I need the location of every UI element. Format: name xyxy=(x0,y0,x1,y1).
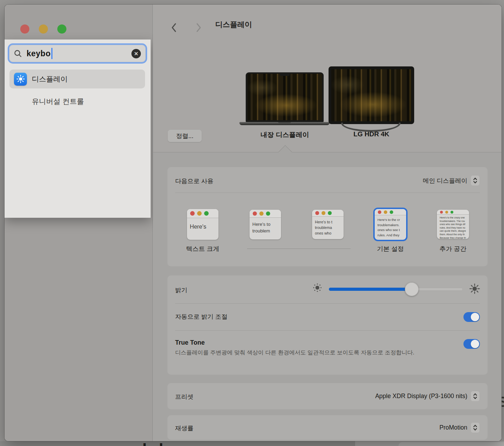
brightness-high-icon xyxy=(469,283,480,294)
preset-dropdown[interactable] xyxy=(470,391,480,402)
preset-card: 프리셋 Apple XDR Display (P3-1600 nits) xyxy=(167,383,488,409)
scaling-label-more-space: 추가 공간 xyxy=(422,245,484,253)
search-input[interactable]: keybo ✕ xyxy=(8,43,147,64)
search-result-label: 디스플레이 xyxy=(32,74,68,84)
use-as-value: 메인 디스플레이 xyxy=(423,177,467,185)
text-cursor xyxy=(51,48,52,59)
main-header: 디스플레이 xyxy=(153,5,502,39)
traffic-lights xyxy=(20,24,66,34)
section-divider xyxy=(153,152,502,152)
scaling-option-larger-text[interactable]: Here's xyxy=(187,209,218,240)
search-results-popup: keybo ✕ xyxy=(5,39,151,218)
close-button[interactable] xyxy=(20,24,29,34)
search-result-universal-control[interactable]: 유니버설 컨트롤 xyxy=(9,92,145,111)
display-brightness-icon xyxy=(14,73,27,86)
system-settings-window: keybo ✕ xyxy=(5,5,502,441)
true-tone-toggle[interactable] xyxy=(463,339,480,349)
forest-wallpaper xyxy=(331,69,411,121)
brightness-label: 밝기 xyxy=(175,286,187,294)
true-tone-label: True Tone xyxy=(175,339,205,346)
background-terminal-text: ssh-keygen xyxy=(123,441,218,446)
preset-label: 프리셋 xyxy=(175,393,194,401)
scaling-track-line xyxy=(247,249,351,249)
back-button[interactable] xyxy=(168,20,180,35)
builtin-display-preview[interactable] xyxy=(246,72,324,122)
scaling-option-more-space[interactable]: Here's to the crazy one troublemakers. T… xyxy=(437,210,469,239)
chevron-up-down-icon xyxy=(473,393,477,400)
sidebar: keybo ✕ xyxy=(5,5,153,441)
use-as-label: 다음으로 사용 xyxy=(175,177,214,185)
main-panel: 디스플레이 내장 디스플레이 LG HDR 4K 정렬... 다음으로 사용 xyxy=(153,5,502,441)
refresh-rate-value: ProMotion xyxy=(439,424,467,431)
search-result-label: 유니버설 컨트롤 xyxy=(32,96,84,106)
refresh-rate-label: 재생률 xyxy=(175,424,194,432)
preset-value: Apple XDR Display (P3-1600 nits) xyxy=(375,393,467,400)
search-result-display[interactable]: 디스플레이 xyxy=(9,70,145,88)
arrange-button[interactable]: 정렬... xyxy=(167,129,202,142)
forest-wallpaper xyxy=(247,74,322,120)
clear-search-button[interactable]: ✕ xyxy=(131,49,141,58)
scaling-label-larger-text: 텍스트 크게 xyxy=(171,245,234,253)
laptop-notch xyxy=(280,74,290,76)
auto-brightness-toggle[interactable] xyxy=(463,312,480,322)
true-tone-description: 디스플레이를 주변광에 맞춰 색상이 다른 환경에서도 일관적으로 보이도록 자… xyxy=(175,348,437,358)
forward-button[interactable] xyxy=(193,20,205,35)
desktop-background: S ssh-keygen keybo ✕ xyxy=(0,0,504,446)
brightness-card: 밝기 xyxy=(167,275,488,375)
brightness-slider-knob[interactable] xyxy=(405,282,419,296)
brightness-slider-fill xyxy=(329,288,412,291)
use-as-dropdown[interactable] xyxy=(470,175,480,186)
display-mode-card: 다음으로 사용 메인 디스플레이 xyxy=(167,167,488,266)
zoom-button[interactable] xyxy=(57,24,66,34)
minimize-button[interactable] xyxy=(39,24,48,34)
refresh-rate-card: 재생률 ProMotion xyxy=(167,415,488,440)
background-window-fragment xyxy=(355,441,504,446)
search-query-text: keybo xyxy=(27,49,51,58)
refresh-rate-dropdown[interactable] xyxy=(470,422,480,433)
scaling-option-default[interactable]: Here's to the cr troublemakers. ones who… xyxy=(375,209,406,240)
scaling-option-3[interactable]: Here's to t troublema ones who xyxy=(312,210,344,239)
external-display-name: LG HDR 4K xyxy=(329,130,414,138)
page-title: 디스플레이 xyxy=(215,20,252,29)
auto-brightness-label: 자동으로 밝기 조절 xyxy=(175,312,228,321)
search-icon xyxy=(14,50,22,58)
background-terminal-strip: ssh-keygen xyxy=(0,441,504,446)
settings-section: 다음으로 사용 메인 디스플레이 xyxy=(153,152,502,441)
external-display-preview[interactable] xyxy=(329,66,414,124)
brightness-low-icon xyxy=(313,283,322,292)
laptop-base xyxy=(239,122,330,125)
scaling-label-default: 기본 설정 xyxy=(359,245,422,253)
scaling-option-2[interactable]: Here's to troublem xyxy=(250,210,281,239)
chevron-up-down-icon xyxy=(473,424,477,431)
chevron-up-down-icon xyxy=(473,177,477,184)
brightness-slider[interactable] xyxy=(329,288,463,291)
builtin-display-name: 내장 디스플레이 xyxy=(246,130,324,139)
